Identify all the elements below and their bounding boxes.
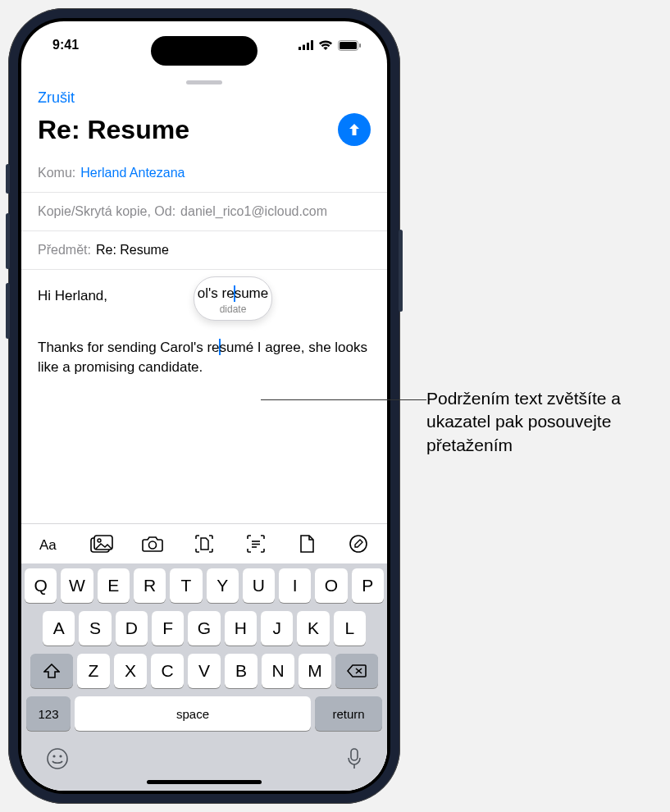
key-x[interactable]: X xyxy=(114,654,147,688)
key-l[interactable]: L xyxy=(334,611,366,645)
loupe-text-after: sume xyxy=(235,284,269,304)
loupe-text-line2: didate xyxy=(220,303,247,317)
sheet-grabber[interactable] xyxy=(186,80,222,84)
key-y[interactable]: Y xyxy=(207,568,239,603)
shift-icon xyxy=(43,664,60,678)
svg-point-19 xyxy=(52,755,55,757)
wifi-icon xyxy=(318,40,333,50)
svg-text:Aa: Aa xyxy=(39,537,57,553)
callout-leader-line xyxy=(261,399,426,400)
svg-rect-1 xyxy=(303,45,305,51)
svg-point-20 xyxy=(59,755,62,757)
microphone-icon xyxy=(346,747,362,770)
backspace-icon xyxy=(347,664,367,678)
phone-frame: 9:41 Zrušit Re: Resume Komu: xyxy=(8,8,400,804)
key-c[interactable]: C xyxy=(151,654,184,688)
home-indicator[interactable] xyxy=(147,780,262,784)
svg-rect-21 xyxy=(351,749,358,760)
key-d[interactable]: D xyxy=(116,611,148,645)
cc-label: Kopie/Skrytá kopie, Od: xyxy=(38,204,175,219)
numbers-key[interactable]: 123 xyxy=(26,696,71,731)
markup-button[interactable] xyxy=(345,531,371,557)
key-j[interactable]: J xyxy=(261,611,293,645)
document-icon xyxy=(299,534,315,554)
svg-rect-2 xyxy=(307,43,309,50)
key-e[interactable]: E xyxy=(98,568,130,603)
key-v[interactable]: V xyxy=(188,654,221,688)
photos-icon xyxy=(90,535,113,553)
key-s[interactable]: S xyxy=(79,611,111,645)
key-f[interactable]: F xyxy=(152,611,184,645)
keyboard-row-4: 123 space return xyxy=(25,696,384,731)
svg-rect-0 xyxy=(299,47,301,50)
cc-field[interactable]: Kopie/Skrytá kopie, Od: daniel_rico1@icl… xyxy=(21,193,387,231)
status-time: 9:41 xyxy=(52,38,79,52)
from-address: daniel_rico1@icloud.com xyxy=(180,204,327,219)
key-n[interactable]: N xyxy=(262,654,294,688)
keyboard-footer xyxy=(21,741,387,778)
dictation-key[interactable] xyxy=(346,747,362,770)
key-p[interactable]: P xyxy=(352,568,384,603)
key-z[interactable]: Z xyxy=(77,654,110,688)
return-key[interactable]: return xyxy=(315,696,382,731)
key-m[interactable]: M xyxy=(299,654,331,688)
key-a[interactable]: A xyxy=(43,611,75,645)
to-label: Komu: xyxy=(38,166,75,180)
callout-text: Podržením text zvětšíte a ukazatel pak p… xyxy=(426,387,656,457)
emoji-icon xyxy=(46,747,69,770)
message-body[interactable]: Hi Herland, Thanks for sending Carol's r… xyxy=(21,270,387,523)
key-r[interactable]: R xyxy=(134,568,166,603)
keyboard: QWERTYUIOP ASDFGHJKL ZXCVBNM 123 space xyxy=(21,563,387,741)
keyboard-row-2: ASDFGHJKL xyxy=(25,611,384,645)
camera-icon xyxy=(142,536,163,552)
svg-point-11 xyxy=(149,541,157,549)
subject-label: Předmět: xyxy=(38,243,91,258)
format-button[interactable]: Aa xyxy=(37,531,63,557)
key-t[interactable]: T xyxy=(170,568,202,603)
key-k[interactable]: K xyxy=(297,611,329,645)
key-i[interactable]: I xyxy=(279,568,311,603)
key-o[interactable]: O xyxy=(315,568,347,603)
dynamic-island xyxy=(151,36,258,66)
to-recipient[interactable]: Herland Antezana xyxy=(80,166,185,180)
to-field[interactable]: Komu: Herland Antezana xyxy=(21,154,387,193)
volume-down-button[interactable] xyxy=(6,283,10,339)
key-u[interactable]: U xyxy=(243,568,275,603)
arrow-up-icon xyxy=(346,121,362,138)
subject-value: Re: Resume xyxy=(96,243,169,258)
text-format-icon: Aa xyxy=(39,535,61,553)
key-h[interactable]: H xyxy=(225,611,257,645)
keyboard-row-3: ZXCVBNM xyxy=(25,654,384,688)
body-before-cursor: Thanks for sending Carol's re xyxy=(38,340,220,355)
key-g[interactable]: G xyxy=(188,611,220,645)
subject-field[interactable]: Předmět: Re: Resume xyxy=(21,231,387,270)
key-q[interactable]: Q xyxy=(25,568,57,603)
emoji-key[interactable] xyxy=(46,747,69,770)
side-button[interactable] xyxy=(399,230,403,312)
phone-bezel: 9:41 Zrušit Re: Resume Komu: xyxy=(18,18,390,794)
header-row: Re: Resume xyxy=(21,113,387,154)
volume-up-button[interactable] xyxy=(6,213,10,269)
svg-rect-5 xyxy=(340,42,357,49)
scan-document-button[interactable] xyxy=(191,531,217,557)
key-w[interactable]: W xyxy=(61,568,93,603)
body-paragraph: Thanks for sending Carol's resumé I agre… xyxy=(38,338,371,378)
camera-button[interactable] xyxy=(139,531,166,557)
shift-key[interactable] xyxy=(30,654,73,688)
backspace-key[interactable] xyxy=(335,654,378,688)
send-button[interactable] xyxy=(338,113,371,146)
compose-sheet: Zrušit Re: Resume Komu: Herland Antezana… xyxy=(21,74,387,791)
space-key[interactable]: space xyxy=(75,696,311,731)
svg-point-18 xyxy=(48,749,67,769)
loupe-text-before: ol's re xyxy=(198,284,235,304)
markup-icon xyxy=(349,534,368,554)
compose-title: Re: Resume xyxy=(38,115,189,145)
battery-icon xyxy=(338,40,361,51)
silence-switch[interactable] xyxy=(6,164,10,194)
attach-file-button[interactable] xyxy=(294,531,320,557)
screen: 9:41 Zrušit Re: Resume Komu: xyxy=(21,21,387,791)
key-b[interactable]: B xyxy=(225,654,258,688)
photos-button[interactable] xyxy=(89,531,115,557)
scan-text-button[interactable] xyxy=(243,531,269,557)
cancel-button[interactable]: Zrušit xyxy=(21,88,387,113)
